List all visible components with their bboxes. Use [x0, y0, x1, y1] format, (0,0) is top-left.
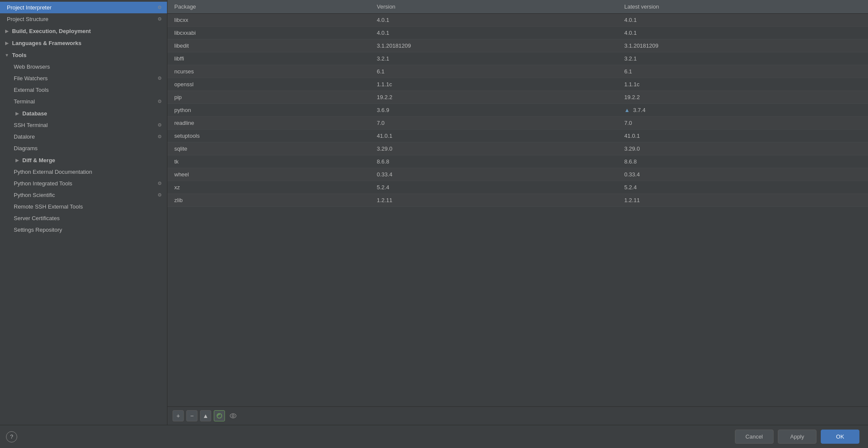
chevron-right-icon: ▶: [3, 39, 10, 46]
table-row[interactable]: readline7.07.0: [167, 117, 868, 130]
package-name: setuptools: [167, 130, 370, 142]
sidebar-section-diff-merge[interactable]: ▶Diff & Merge: [0, 154, 167, 166]
table-row[interactable]: zlib1.2.111.2.11: [167, 194, 868, 207]
col-package: Package: [167, 0, 370, 14]
col-version: Version: [370, 0, 617, 14]
packages-table: Package Version Latest version libcxx4.0…: [167, 0, 868, 207]
table-row[interactable]: setuptools41.0.141.0.1: [167, 130, 868, 142]
sidebar-item-diagrams[interactable]: Diagrams: [0, 142, 167, 154]
table-row[interactable]: pip19.2.219.2.2: [167, 91, 868, 104]
table-row[interactable]: libcxx4.0.14.0.1: [167, 14, 868, 27]
sidebar-item-python-external-documentation[interactable]: Python External Documentation: [0, 166, 167, 178]
sidebar-item-label: External Tools: [14, 87, 162, 93]
sidebar-item-label: Python External Documentation: [14, 169, 162, 175]
package-name: readline: [167, 117, 370, 130]
package-version: 8.6.8: [370, 155, 617, 168]
cancel-button[interactable]: Cancel: [735, 430, 774, 444]
sidebar-section-database[interactable]: ▶Database: [0, 107, 167, 119]
refresh-icon: [216, 413, 222, 419]
sidebar-item-label: Python Integrated Tools: [14, 180, 158, 187]
sidebar-item-datalore[interactable]: Datalore⚙: [0, 131, 167, 142]
gear-icon: ⚙: [158, 16, 162, 22]
sidebar-section-build-execution[interactable]: ▶Build, Execution, Deployment: [0, 25, 167, 37]
package-version: 7.0: [370, 117, 617, 130]
package-latest-version: 0.33.4: [617, 168, 868, 181]
sidebar-item-project-interpreter[interactable]: Project Interpreter⚙: [0, 2, 167, 13]
sidebar-section-tools[interactable]: ▼Tools: [0, 49, 167, 61]
table-row[interactable]: openssl1.1.1c1.1.1c: [167, 78, 868, 91]
package-version: 4.0.1: [370, 27, 617, 39]
table-row[interactable]: wheel0.33.40.33.4: [167, 168, 868, 181]
package-latest-version: 1.1.1c: [617, 78, 868, 91]
sidebar-item-label: Settings Repository: [14, 227, 162, 233]
upgrade-package-button[interactable]: ▲: [200, 410, 211, 421]
sidebar-item-python-scientific[interactable]: Python Scientific⚙: [0, 189, 167, 201]
sidebar-item-terminal[interactable]: Terminal⚙: [0, 96, 167, 107]
package-latest-version: 19.2.2: [617, 91, 868, 104]
sidebar-item-file-watchers[interactable]: File Watchers⚙: [0, 73, 167, 84]
sidebar-item-ssh-terminal[interactable]: SSH Terminal⚙: [0, 119, 167, 131]
refresh-button[interactable]: [214, 410, 225, 421]
gear-icon: ⚙: [158, 76, 162, 81]
sidebar-item-project-structure[interactable]: Project Structure⚙: [0, 13, 167, 25]
package-version: 3.6.9: [370, 104, 617, 117]
table-row[interactable]: python3.6.9▲ 3.7.4: [167, 104, 868, 117]
package-name: tk: [167, 155, 370, 168]
gear-icon: ⚙: [158, 192, 162, 198]
table-row[interactable]: libcxxabi4.0.14.0.1: [167, 27, 868, 39]
package-name: libcxxabi: [167, 27, 370, 39]
package-version: 3.29.0: [370, 142, 617, 155]
package-name: pip: [167, 91, 370, 104]
packages-table-container: Package Version Latest version libcxx4.0…: [167, 0, 868, 406]
table-row[interactable]: xz5.2.45.2.4: [167, 181, 868, 194]
add-package-button[interactable]: +: [173, 410, 184, 421]
sidebar-item-label: Server Certificates: [14, 215, 162, 221]
gear-icon: ⚙: [158, 181, 162, 186]
remove-package-button[interactable]: −: [186, 410, 197, 421]
sidebar-item-python-integrated-tools[interactable]: Python Integrated Tools⚙: [0, 178, 167, 189]
package-latest-version: 3.2.1: [617, 52, 868, 65]
package-latest-version: 3.29.0: [617, 142, 868, 155]
package-toolbar: + − ▲: [167, 406, 868, 425]
table-row[interactable]: libedit3.1.201812093.1.20181209: [167, 39, 868, 52]
ok-button[interactable]: OK: [821, 430, 859, 444]
package-version: 1.1.1c: [370, 78, 617, 91]
gear-icon: ⚙: [158, 134, 162, 139]
sidebar: Project Interpreter⚙Project Structure⚙▶B…: [0, 0, 167, 425]
package-version: 1.2.11: [370, 194, 617, 207]
table-row[interactable]: sqlite3.29.03.29.0: [167, 142, 868, 155]
sidebar-item-server-certificates[interactable]: Server Certificates: [0, 212, 167, 224]
main-content: Package Version Latest version libcxx4.0…: [167, 0, 868, 425]
package-latest-version: 4.0.1: [617, 27, 868, 39]
sidebar-item-settings-repository[interactable]: Settings Repository: [0, 224, 167, 236]
sidebar-section-label: Tools: [12, 52, 27, 58]
sidebar-item-label: Python Scientific: [14, 192, 158, 198]
chevron-right-icon: ▶: [14, 157, 21, 163]
sidebar-item-web-browsers[interactable]: Web Browsers: [0, 61, 167, 73]
table-row[interactable]: ncurses6.16.1: [167, 65, 868, 78]
sidebar-item-external-tools[interactable]: External Tools: [0, 84, 167, 96]
upgrade-arrow-icon: ▲: [624, 107, 631, 113]
table-row[interactable]: libffi3.2.13.2.1: [167, 52, 868, 65]
show-packages-button[interactable]: [228, 410, 239, 421]
package-version: 5.2.4: [370, 181, 617, 194]
package-name: wheel: [167, 168, 370, 181]
package-latest-version: 41.0.1: [617, 130, 868, 142]
package-name: zlib: [167, 194, 370, 207]
table-row[interactable]: tk8.6.88.6.8: [167, 155, 868, 168]
svg-point-2: [230, 414, 236, 418]
package-version: 41.0.1: [370, 130, 617, 142]
sidebar-section-languages-frameworks[interactable]: ▶Languages & Frameworks: [0, 37, 167, 49]
sidebar-item-label: Terminal: [14, 98, 158, 105]
help-button[interactable]: ?: [6, 431, 17, 442]
package-name: python: [167, 104, 370, 117]
sidebar-item-label: Datalore: [14, 133, 158, 140]
chevron-down-icon: ▼: [3, 51, 10, 58]
sidebar-item-remote-ssh-external-tools[interactable]: Remote SSH External Tools: [0, 201, 167, 212]
sidebar-section-label: Database: [22, 110, 47, 117]
apply-button[interactable]: Apply: [778, 430, 816, 444]
package-version: 3.2.1: [370, 52, 617, 65]
gear-icon: ⚙: [158, 99, 162, 104]
sidebar-item-label: Project Structure: [7, 16, 158, 22]
package-latest-version: 5.2.4: [617, 181, 868, 194]
